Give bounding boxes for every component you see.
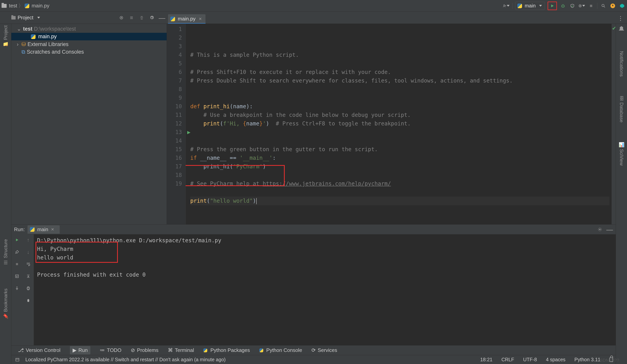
analysis-ok-icon[interactable]: ✔ — [612, 25, 616, 31]
tab-services[interactable]: ⟳Services — [312, 347, 337, 353]
tool-bookmarks[interactable]: 🔖Bookmarks — [3, 288, 8, 319]
svg-point-7 — [121, 17, 122, 18]
project-tool-header: Project — — [0, 12, 167, 24]
run-panel-title: Run: — [14, 227, 25, 232]
tab-terminal[interactable]: ⌘Terminal — [168, 347, 194, 353]
coverage-button[interactable] — [569, 2, 576, 9]
ide-update-icon[interactable] — [609, 2, 616, 9]
tabs-menu-icon[interactable]: ⋮ — [617, 15, 624, 21]
scroll-to-end-icon[interactable] — [25, 273, 32, 279]
run-sidebar-primary — [11, 234, 23, 345]
breadcrumb-root[interactable]: test — [9, 3, 17, 9]
svg-point-0 — [504, 5, 505, 6]
status-window-icon[interactable] — [14, 356, 21, 363]
caret-position[interactable]: 18:21 — [480, 357, 493, 363]
tree-row[interactable]: ›⛁ External Libraries — [11, 40, 167, 48]
tab-version-control[interactable]: ⎇Version Control — [18, 347, 60, 353]
chevron-right-icon: 〉 — [18, 2, 23, 9]
locate-icon[interactable] — [118, 14, 125, 21]
notifications-bell-icon[interactable] — [619, 26, 624, 32]
stop-run-button[interactable] — [14, 261, 20, 268]
file-encoding[interactable]: UTF-8 — [523, 357, 537, 363]
run-settings-button[interactable] — [14, 249, 20, 255]
search-everywhere-button[interactable] — [600, 2, 607, 9]
python-file-icon — [259, 348, 263, 352]
indent-setting[interactable]: 4 spaces — [546, 357, 566, 363]
svg-rect-12 — [28, 287, 29, 288]
tab-problems[interactable]: ⊘Problems — [131, 347, 158, 353]
tab-todo[interactable]: ≔TODO — [100, 347, 121, 353]
python-file-icon — [25, 3, 29, 8]
down-stack-icon[interactable]: ↓ — [25, 249, 32, 255]
separator — [512, 3, 513, 9]
soft-wrap-icon[interactable] — [25, 261, 32, 268]
editor-tabs-bar: main.py ✕ ⋮ — [167, 12, 627, 24]
add-user-icon[interactable] — [503, 2, 510, 9]
run-settings-icon[interactable] — [597, 226, 603, 233]
tree-row[interactable]: ⌄ test D:\workspace\test — [11, 25, 167, 33]
clear-icon[interactable] — [25, 297, 32, 304]
stop-button[interactable] — [588, 2, 594, 9]
tab-python-packages[interactable]: Python Packages — [203, 347, 250, 353]
chevron-down-icon[interactable] — [37, 17, 40, 19]
separator — [597, 3, 597, 9]
more-run-button[interactable] — [578, 2, 585, 9]
status-message[interactable]: Localized PyCharm 2022.2 is available //… — [25, 357, 226, 363]
python-file-icon — [203, 348, 207, 352]
branch-icon: ⎇ — [18, 347, 24, 353]
code-with-me-icon[interactable] — [619, 2, 626, 9]
hide-run-panel-icon[interactable]: — — [606, 226, 613, 233]
tool-database[interactable]: 🗄Database — [619, 96, 624, 123]
collapse-all-icon[interactable] — [138, 14, 145, 21]
svg-point-8 — [599, 229, 600, 230]
up-stack-icon[interactable]: ↑ — [25, 237, 32, 243]
run-sidebar-secondary: ↑ ↓ — [23, 234, 34, 345]
close-tab-icon[interactable]: ✕ — [51, 227, 54, 232]
run-configuration-selector[interactable]: main — [515, 2, 545, 10]
python-file-icon — [170, 17, 175, 21]
project-view-icon — [11, 16, 16, 19]
tab-python-console[interactable]: Python Console — [259, 347, 302, 353]
editor-marker-strip[interactable]: ✔ — [611, 24, 616, 224]
svg-rect-13 — [28, 289, 29, 290]
run-tab-label: main — [37, 227, 48, 232]
expand-all-icon[interactable] — [128, 14, 135, 21]
line-separator[interactable]: CRLF — [501, 357, 514, 363]
hide-panel-icon[interactable]: — — [159, 14, 165, 21]
tool-sciview[interactable]: 📊SciView — [619, 142, 624, 166]
editor-gutter[interactable]: 123456789101112▶13141516171819 — [167, 24, 186, 224]
editor-code-area[interactable]: # This is a sample Python script. # Pres… — [186, 24, 611, 224]
settings-icon[interactable] — [149, 14, 155, 21]
svg-rect-3 — [590, 5, 592, 7]
python-file-icon — [517, 3, 522, 8]
breadcrumb[interactable]: test 〉 main.py — [1, 2, 49, 9]
svg-point-4 — [602, 4, 604, 7]
list-icon: ≔ — [100, 347, 105, 353]
debug-button[interactable] — [560, 2, 566, 9]
close-tab-icon[interactable]: ✕ — [199, 17, 202, 21]
status-bar: Localized PyCharm 2022.2 is available //… — [11, 355, 616, 364]
tool-project[interactable]: 📁Project — [3, 25, 8, 47]
print-icon[interactable] — [25, 285, 32, 292]
tab-run[interactable]: ▶Run — [70, 346, 91, 355]
tool-notifications[interactable]: Notifications — [619, 51, 624, 77]
warning-icon: ⊘ — [131, 347, 135, 353]
tool-structure[interactable]: ☰Structure — [3, 239, 8, 265]
editor-tab-label: main.py — [178, 16, 196, 22]
project-tree[interactable]: ⌄ test D:\workspace\testmain.py›⛁ Extern… — [11, 24, 167, 224]
layout-button[interactable] — [14, 273, 20, 279]
pin-button[interactable] — [14, 285, 20, 292]
rerun-button[interactable] — [14, 237, 20, 243]
breadcrumb-file[interactable]: main.py — [32, 3, 49, 9]
run-button[interactable] — [549, 2, 556, 9]
run-tab-main[interactable]: main ✕ — [28, 225, 60, 234]
watermark: CSDN @?? — [597, 358, 619, 363]
tree-row[interactable]: ⧉ Scratches and Consoles — [11, 48, 167, 56]
editor-tab-main[interactable]: main.py ✕ — [168, 14, 206, 24]
project-panel-title[interactable]: Project — [18, 15, 33, 21]
run-console-output[interactable]: D:\Python\python311\python.exe D:/worksp… — [34, 234, 616, 345]
editor[interactable]: 123456789101112▶13141516171819 # This is… — [167, 24, 616, 224]
services-icon: ⟳ — [312, 347, 316, 353]
tree-row[interactable]: main.py — [11, 33, 167, 40]
svg-rect-14 — [16, 358, 19, 361]
